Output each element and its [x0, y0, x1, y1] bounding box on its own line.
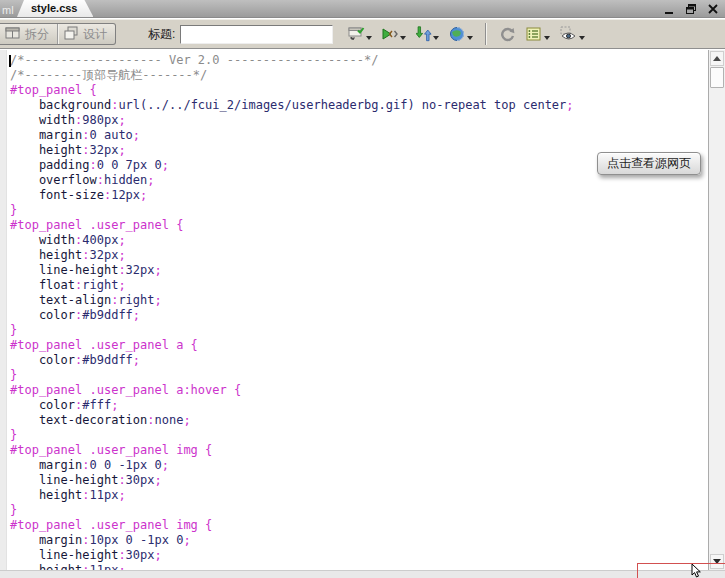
preview-debug-icon[interactable]: [379, 23, 409, 45]
chevron-down-icon: [544, 36, 550, 40]
code-line: float:right;: [10, 278, 574, 293]
chevron-down-icon: [467, 36, 473, 40]
code-gutter: [0, 50, 7, 570]
arrow-up-icon: [713, 56, 721, 61]
code-line: }: [10, 203, 574, 218]
code-line: color:#fff;: [10, 398, 574, 413]
code-line: text-decoration:none;: [10, 413, 574, 428]
code-line: margin:0 0 -1px 0;: [10, 458, 574, 473]
scroll-up-button[interactable]: [710, 51, 724, 66]
split-view-icon: [5, 26, 21, 43]
vertical-scrollbar[interactable]: [708, 50, 725, 570]
code-line: font-size:12px;: [10, 188, 574, 203]
document-toolbar: 拆分 设计 标题:: [0, 19, 725, 49]
tab-label: style.css: [31, 2, 77, 14]
view-source-tooltip-label: 点击查看源网页: [607, 156, 691, 170]
toolbar-icon-row: [343, 23, 590, 45]
title-field-label: 标题:: [148, 26, 175, 43]
code-line: #top_panel .user_panel img {: [10, 443, 574, 458]
code-line: #top_panel .user_panel a {: [10, 338, 574, 353]
preview-browser-icon[interactable]: [446, 23, 476, 45]
close-icon[interactable]: [706, 3, 719, 15]
code-line: line-height:32px;: [10, 263, 574, 278]
title-input[interactable]: [180, 25, 333, 44]
minimize-icon[interactable]: [662, 3, 675, 15]
code-line: /*------------------- Ver 2.0 ----------…: [10, 53, 574, 68]
code-line: overflow:hidden;: [10, 173, 574, 188]
code-line: width:400px;: [10, 233, 574, 248]
code-line: }: [10, 503, 574, 518]
view-mode-button-group: 拆分 设计: [0, 23, 116, 45]
code-line: height:11px;: [10, 488, 574, 503]
split-view-button[interactable]: 拆分: [0, 24, 57, 44]
code-view[interactable]: /*------------------- Ver 2.0 ----------…: [0, 50, 708, 570]
tab-style-css[interactable]: style.css: [17, 0, 93, 17]
visual-aids-icon[interactable]: [557, 23, 588, 45]
scrollbar-thumb[interactable]: [710, 67, 724, 88]
code-line: }: [10, 368, 574, 383]
code-line: line-height:30px;: [10, 473, 574, 488]
window-controls: [662, 3, 719, 15]
tab-background-document[interactable]: ml: [2, 2, 14, 18]
code-lines: /*------------------- Ver 2.0 ----------…: [10, 53, 574, 570]
code-line: line-height:30px;: [10, 548, 574, 563]
code-line: /*--------顶部导航栏-------*/: [10, 68, 574, 83]
scroll-down-button[interactable]: [710, 554, 724, 569]
view-options-icon[interactable]: [523, 23, 553, 45]
chevron-down-icon: [579, 36, 585, 40]
chevron-down-icon: [366, 36, 372, 40]
file-transfer-icon[interactable]: [413, 23, 442, 45]
code-line: height:32px;: [10, 143, 574, 158]
code-line: color:#b9ddff;: [10, 308, 574, 323]
arrow-down-icon: [713, 559, 721, 564]
view-source-tooltip[interactable]: 点击查看源网页: [597, 152, 701, 175]
code-line: #top_panel .user_panel a:hover {: [10, 383, 574, 398]
code-line: margin:0 auto;: [10, 128, 574, 143]
code-line: }: [10, 428, 574, 443]
toolbar-separator: [485, 23, 487, 45]
code-line: #top_panel .user_panel img {: [10, 518, 574, 533]
restore-icon[interactable]: [684, 3, 697, 15]
code-line: #top_panel .user_panel {: [10, 218, 574, 233]
code-line: margin:10px 0 -1px 0;: [10, 533, 574, 548]
check-page-icon[interactable]: [345, 23, 375, 45]
chevron-down-icon: [400, 36, 406, 40]
code-line: height:11px;: [10, 563, 574, 570]
design-view-icon: [63, 26, 79, 43]
code-line: #top_panel {: [10, 83, 574, 98]
text-caret: [9, 55, 11, 67]
code-line: width:980px;: [10, 113, 574, 128]
code-line: }: [10, 323, 574, 338]
chevron-down-icon: [433, 36, 439, 40]
code-line: text-align:right;: [10, 293, 574, 308]
refresh-icon[interactable]: [496, 23, 519, 45]
split-view-label: 拆分: [25, 26, 49, 43]
code-line: padding:0 0 7px 0;: [10, 158, 574, 173]
design-view-label: 设计: [83, 26, 107, 43]
code-line: background:url(../../fcui_2/images/userh…: [10, 98, 574, 113]
code-line: height:32px;: [10, 248, 574, 263]
design-view-button[interactable]: 设计: [57, 24, 115, 44]
document-tab-bar: ml style.css: [0, 0, 725, 18]
status-bar: [0, 570, 725, 578]
code-line: color:#b9ddff;: [10, 353, 574, 368]
